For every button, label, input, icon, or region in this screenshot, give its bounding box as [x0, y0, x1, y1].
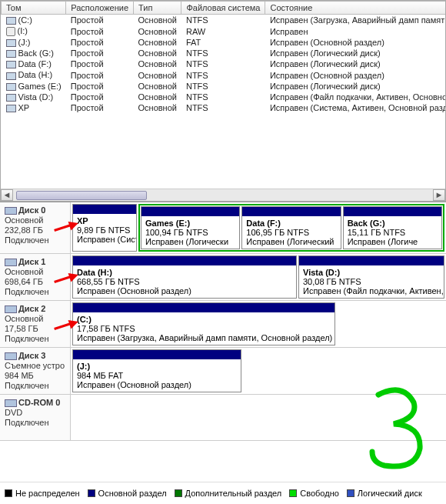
volume-fs: NTFS	[181, 48, 265, 58]
volume-fs: NTFS	[181, 69, 265, 80]
disk-status: Подключен	[5, 381, 65, 391]
disk-partitions: Data (H:)668,55 ГБ NTFSИсправен (Основно…	[71, 254, 446, 300]
column-header-fs[interactable]: Файловая система	[181, 2, 265, 15]
disk-row[interactable]: Диск 1Основной698,64 ГБПодключенData (H:…	[0, 254, 446, 301]
volume-status: Исправен (Логический диск)	[265, 48, 445, 58]
partition-header	[73, 350, 241, 359]
scroll-right-button[interactable]: ►	[433, 189, 445, 201]
column-header-volume[interactable]: Том	[2, 2, 66, 15]
partition-header	[242, 207, 340, 216]
partition[interactable]: (C:)17,58 ГБ NTFSИсправен (Загрузка, Ава…	[72, 302, 335, 345]
partition-header	[141, 207, 239, 216]
partition[interactable]: Data (H:)668,55 ГБ NTFSИсправен (Основно…	[72, 255, 297, 299]
partition-header	[73, 303, 334, 312]
table-row[interactable]: XPПростойОсновнойNTFSИсправен (Система, …	[2, 102, 446, 113]
volume-name: Games (E:)	[18, 82, 62, 91]
partition-body: Games (E:)100,94 ГБ NTFSИсправен (Логиче…	[141, 216, 239, 249]
volume-icon	[6, 39, 16, 47]
disk-icon	[5, 259, 17, 266]
partition-body: Data (F:)106,95 ГБ NTFSИсправен (Логичес…	[242, 216, 340, 249]
partition[interactable]: (J:)984 МБ FATИсправен (Основной раздел)	[72, 349, 241, 392]
disk-row[interactable]: Диск 2Основной17,58 ГБПодключен(C:)17,58…	[0, 301, 446, 348]
disk-label[interactable]: Диск 1Основной698,64 ГБПодключен	[0, 254, 71, 300]
volume-type: Основной	[134, 48, 181, 58]
volume-icon	[6, 61, 16, 68]
volume-type: Основной	[134, 69, 181, 80]
partition[interactable]: XP9,89 ГБ NTFSИсправен (Систем	[72, 204, 137, 252]
volume-icon	[6, 17, 16, 25]
disk-info-line: Основной	[5, 215, 65, 225]
disk-partitions: XP9,89 ГБ NTFSИсправен (СистемGames (E:)…	[71, 202, 446, 253]
partition[interactable]: Back (G:)15,11 ГБ NTFSИсправен (Логиче	[343, 206, 442, 249]
partition-body: XP9,89 ГБ NTFSИсправен (Систем	[73, 214, 136, 251]
horizontal-scrollbar[interactable]: ◄ ►	[1, 189, 445, 201]
table-row[interactable]: Back (G:)ПростойОсновнойNTFSИсправен (Ло…	[2, 48, 446, 58]
volume-status: Исправен (Основной раздел)	[265, 69, 445, 80]
disk-icon	[5, 207, 17, 215]
column-header-type[interactable]: Тип	[134, 2, 181, 15]
volume-fs: NTFS	[181, 81, 265, 92]
volume-icon	[6, 105, 16, 112]
volume-icon	[6, 94, 16, 102]
volume-icon	[6, 83, 16, 91]
disk-size: 698,64 ГБ	[5, 277, 65, 287]
partition-body: Vista (D:)30,08 ГБ NTFSИсправен (Файл по…	[299, 265, 444, 298]
scroll-left-button[interactable]: ◄	[1, 189, 13, 201]
legend-item: Не распределен	[5, 489, 80, 498]
legend-swatch	[175, 489, 182, 497]
volume-status: Исправен (Логический диск)	[265, 81, 445, 92]
table-row[interactable]: Data (F:)ПростойОсновнойNTFSИсправен (Ло…	[2, 58, 446, 69]
disk-row[interactable]: Диск 3Съемное устро984 МБПодключен(J:)98…	[0, 348, 446, 395]
volume-icon	[6, 72, 16, 80]
disk-title: Диск 2	[18, 304, 45, 313]
disk-title: Диск 1	[18, 257, 45, 266]
volume-status: Исправен	[265, 25, 445, 37]
disk-label[interactable]: Диск 2Основной17,58 ГБПодключен	[0, 301, 71, 347]
disk-info-line: Основной	[5, 267, 65, 277]
table-row[interactable]: Data (H:)ПростойОсновнойNTFSИсправен (Ос…	[2, 69, 446, 80]
disk-map-panel: Диск 0Основной232,88 ГБПодключенXP9,89 Г…	[0, 202, 446, 441]
table-row[interactable]: (I:)ПростойОсновнойRAWИсправен	[2, 25, 446, 37]
volume-type: Основной	[134, 92, 181, 102]
scroll-thumb[interactable]	[16, 191, 147, 200]
disk-icon	[5, 305, 17, 313]
table-row[interactable]: (C:)ПростойОсновнойNTFSИсправен (Загрузк…	[2, 15, 446, 26]
table-row[interactable]: Vista (D:)ПростойОсновнойNTFSИсправен (Ф…	[2, 92, 446, 102]
disk-label[interactable]: Диск 0Основной232,88 ГБПодключен	[0, 202, 71, 253]
volume-type: Основной	[134, 15, 181, 26]
disk-row[interactable]: CD-ROM 0DVDПодключен	[0, 395, 446, 441]
partition[interactable]: Games (E:)100,94 ГБ NTFSИсправен (Логиче…	[141, 206, 240, 249]
disk-info-line: DVD	[5, 408, 65, 418]
volume-fs: NTFS	[181, 92, 265, 102]
column-header-status[interactable]: Состояние	[265, 2, 445, 15]
volume-table-container[interactable]: ТомРасположениеТипФайловая системаСостоя…	[1, 1, 445, 189]
disk-title: CD-ROM 0	[18, 398, 60, 407]
partition-body: Data (H:)668,55 ГБ NTFSИсправен (Основно…	[73, 265, 296, 298]
disk-label[interactable]: Диск 3Съемное устро984 МБПодключен	[0, 348, 71, 394]
partition-header	[299, 256, 444, 265]
volume-status: Исправен (Файл подкачки, Активен, Основн…	[265, 92, 445, 102]
volume-icon	[6, 27, 15, 36]
volume-name: (I:)	[18, 26, 28, 35]
table-row[interactable]: Games (E:)ПростойОсновнойNTFSИсправен (Л…	[2, 81, 446, 92]
disk-info-line: Основной	[5, 314, 65, 324]
partition[interactable]: Data (F:)106,95 ГБ NTFSИсправен (Логичес…	[241, 206, 341, 249]
legend-label: Основной раздел	[98, 489, 167, 498]
legend-label: Логический диск	[358, 489, 422, 498]
volume-table[interactable]: ТомРасположениеТипФайловая системаСостоя…	[1, 1, 445, 113]
disk-partitions: (C:)17,58 ГБ NTFSИсправен (Загрузка, Ава…	[71, 301, 446, 347]
disk-size: 984 МБ	[5, 371, 65, 381]
disk-partitions	[71, 395, 446, 440]
disk-label[interactable]: CD-ROM 0DVDПодключен	[0, 395, 71, 440]
legend-swatch	[5, 489, 12, 497]
scroll-track[interactable]	[13, 189, 433, 201]
disk-size: 17,58 ГБ	[5, 324, 65, 334]
disk-partitions: (J:)984 МБ FATИсправен (Основной раздел)	[71, 348, 446, 394]
disk-row[interactable]: Диск 0Основной232,88 ГБПодключенXP9,89 Г…	[0, 202, 446, 254]
column-header-layout[interactable]: Расположение	[66, 2, 134, 15]
partition-header	[344, 207, 441, 216]
table-row[interactable]: (J:)ПростойОсновнойFATИсправен (Основной…	[2, 37, 446, 48]
disk-icon	[5, 352, 17, 360]
partition[interactable]: Vista (D:)30,08 ГБ NTFSИсправен (Файл по…	[298, 255, 444, 299]
volume-layout: Простой	[66, 37, 134, 48]
